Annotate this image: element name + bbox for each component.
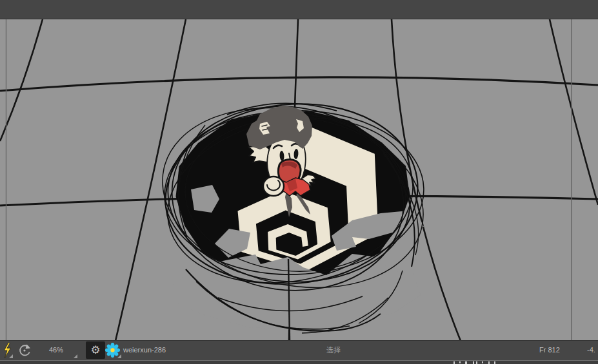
status-bar: 46% ⚙ weierxun-286 选择 <box>0 340 598 360</box>
frame-indicator: Fr 812 <box>539 341 560 359</box>
settings-gear-button[interactable]: ⚙ <box>86 341 105 359</box>
zoom-level-value[interactable]: 46% <box>49 341 63 359</box>
bottom-strip <box>0 360 598 364</box>
sleeve-cuff <box>263 177 284 196</box>
app-window: 46% ⚙ weierxun-286 选择 <box>0 0 598 364</box>
flash-dropdown-corner[interactable] <box>9 354 13 358</box>
layer-name[interactable]: weierxun-286 <box>123 341 166 359</box>
gear-icon: ⚙ <box>90 344 100 356</box>
drawing-canvas[interactable] <box>0 0 598 364</box>
clipped-number: -4. <box>587 341 595 359</box>
zoom-dropdown-corner[interactable] <box>74 354 77 358</box>
tool-name: 选择 <box>326 341 341 359</box>
flower-dropdown-corner[interactable] <box>117 354 121 358</box>
top-toolbar <box>0 0 598 19</box>
